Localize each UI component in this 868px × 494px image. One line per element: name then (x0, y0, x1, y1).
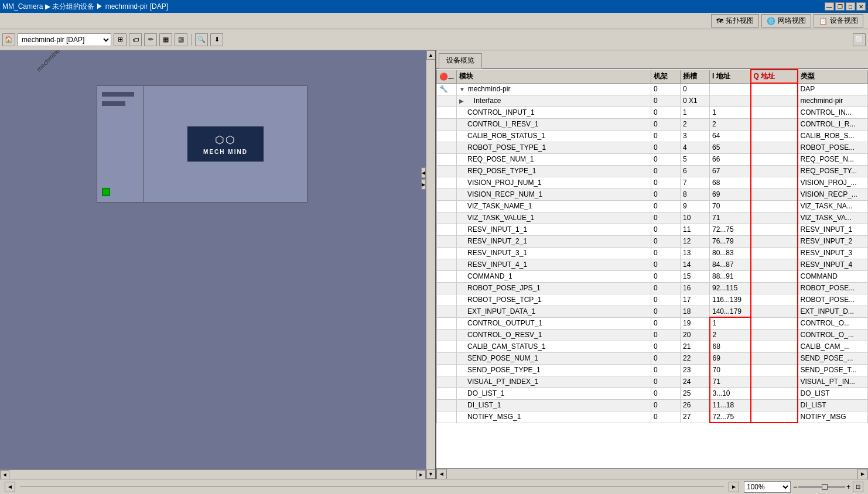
table-row[interactable]: CALIB_ROB_STATUS_10364CALIB_ROB_S... (437, 130, 868, 142)
row-type: CALIB_CAM_... (798, 341, 868, 352)
table-row[interactable]: SEND_POSE_NUM_102269SEND_POSE_... (437, 352, 868, 364)
edit-button[interactable]: ✏ (144, 33, 157, 46)
device-view-button[interactable]: 📋 设备视图 (814, 14, 863, 28)
collapse-up-button[interactable]: ◀ (421, 167, 426, 178)
row-rack: 0 (651, 411, 681, 423)
module-name-text: REQ_POSE_TYPE_1 (467, 167, 536, 175)
table-row[interactable]: CONTROL_INPUT_1011CONTROL_IN... (437, 107, 868, 118)
nav-next-button[interactable]: ► (729, 482, 739, 492)
row-module-name: ROBOT_POSE_TCP_1 (457, 294, 651, 306)
zoom-selector[interactable]: 100% (744, 481, 791, 493)
table-row[interactable]: VIZ_TASK_NAME_10970VIZ_TASK_NA... (437, 200, 868, 212)
zoom-decrease-icon[interactable]: − (793, 483, 797, 491)
table-row[interactable]: VISION_PROJ_NUM_10768VISION_PROJ_... (437, 177, 868, 188)
scroll-right-button[interactable]: ► (416, 470, 426, 479)
table-row[interactable]: RESV_INPUT_3_101380...83RESV_INPUT_3 (437, 247, 868, 259)
table-row[interactable]: NOTIFY_MSG_102772...75NOTIFY_MSG (437, 411, 868, 423)
table-row[interactable]: VISUAL_PT_INDEX_102471VISUAL_PT_IN... (437, 376, 868, 387)
prev-button[interactable]: ◄ (5, 482, 15, 492)
row-type: ROBOT_POSE... (798, 142, 868, 153)
row-i-addr: 2 (710, 329, 751, 341)
expand-icon[interactable]: ▶ (459, 98, 466, 104)
home-button[interactable]: 🏠 (2, 33, 15, 46)
next-button[interactable]: ► (729, 482, 739, 492)
scroll-up-button[interactable]: ▲ (426, 50, 436, 60)
table-row[interactable]: RESV_INPUT_1_101172...75RESV_INPUT_1 (437, 224, 868, 235)
canvas-scrollbar-vertical[interactable]: ▲ ▼ (426, 50, 435, 479)
table-horizontal-scrollbar[interactable] (447, 469, 857, 479)
table-row[interactable]: EXT_INPUT_DATA_1018140...179EXT_INPUT_D.… (437, 306, 868, 317)
table-row[interactable]: ROBOT_POSE_JPS_101692...115ROBOT_POSE... (437, 282, 868, 294)
scroll-left-button[interactable]: ◄ (0, 470, 9, 479)
close-button[interactable]: ✕ (856, 2, 866, 11)
row-status (437, 200, 457, 212)
zoom-increase-icon[interactable]: + (846, 483, 850, 491)
nav-prev-button[interactable]: ◄ (5, 482, 15, 492)
table-row[interactable]: COMMAND_101588...91COMMAND (437, 270, 868, 282)
fit-view-button[interactable]: ⊡ (853, 482, 863, 492)
row-status (437, 387, 457, 399)
row-q-addr (751, 376, 798, 387)
row-module-name: CONTROL_INPUT_1 (457, 107, 651, 118)
label-button[interactable]: 🏷 (129, 33, 142, 46)
maximize-button[interactable]: □ (846, 2, 855, 11)
device-overview-tab[interactable]: 设备概览 (439, 53, 482, 68)
row-status (437, 177, 457, 188)
zoom-slider[interactable]: − + (793, 483, 850, 491)
layout-button[interactable]: ▧ (175, 33, 187, 46)
row-module-name: EXT_INPUT_DATA_1 (457, 306, 651, 317)
row-i-addr: 71 (710, 376, 751, 387)
table-row[interactable]: SEND_POSE_TYPE_102370SEND_POSE_T... (437, 364, 868, 376)
table-row[interactable]: CALIB_CAM_STATUS_102168CALIB_CAM_... (437, 341, 868, 352)
table-row[interactable]: CONTROL_O_RESV_10202CONTROL_O_... (437, 329, 868, 341)
table-row[interactable]: RESV_INPUT_4_101484...87RESV_INPUT_4 (437, 259, 868, 270)
network-view-button[interactable]: 🌐 网络视图 (761, 14, 811, 28)
row-q-addr (751, 399, 798, 411)
collapse-down-button[interactable]: ▶ (421, 179, 426, 190)
table-row[interactable]: DI_LIST_102611...18DI_LIST (437, 399, 868, 411)
module-name-text: CONTROL_OUTPUT_1 (467, 319, 542, 327)
minimize-button[interactable]: — (825, 2, 834, 11)
table-row[interactable]: CONTROL_OUTPUT_10191CONTROL_O... (437, 317, 868, 329)
row-slot: 27 (681, 411, 710, 423)
table-row[interactable]: 🔧▼ mechmind-pir00DAP (437, 83, 868, 95)
grid-button[interactable]: ⊞ (114, 33, 127, 46)
table-row[interactable]: VISION_RECP_NUM_10869VISION_RECP_... (437, 188, 868, 200)
panel-toggle-button[interactable]: ⬜ (853, 33, 866, 46)
table-row[interactable]: RESV_INPUT_2_101276...79RESV_INPUT_2 (437, 235, 868, 247)
expand-icon[interactable]: ▼ (459, 86, 467, 92)
download-button[interactable]: ⬇ (210, 33, 223, 46)
canvas-collapse-controls[interactable]: ◀ ▶ (421, 167, 426, 190)
row-status (437, 294, 457, 306)
table-button[interactable]: ▦ (159, 33, 172, 46)
canvas-scrollbar-horizontal[interactable]: ◄ ► (0, 469, 426, 479)
row-q-addr (751, 177, 798, 188)
table-row[interactable]: ▶ Interface00 X1mechmind-pir (437, 95, 868, 107)
zoom-in-button[interactable]: 🔍 (195, 33, 208, 46)
scroll-down-button[interactable]: ▼ (426, 469, 436, 479)
topology-view-button[interactable]: 🗺 拓扑视图 (711, 14, 759, 28)
restore-button[interactable]: ❐ (835, 2, 845, 11)
table-row[interactable]: VIZ_TASK_VALUE_101071VIZ_TASK_VA... (437, 212, 868, 224)
network-label: 网络视图 (778, 16, 806, 26)
row-type: RESV_INPUT_1 (798, 224, 868, 235)
row-module-name: CONTROL_I_RESV_1 (457, 118, 651, 130)
row-status (437, 153, 457, 165)
table-scroll-left-button[interactable]: ◄ (436, 469, 447, 479)
table-row[interactable]: CONTROL_I_RESV_1022CONTROL_I_R... (437, 118, 868, 130)
table-scroll-right-button[interactable]: ► (857, 469, 868, 479)
row-type: CONTROL_O... (798, 317, 868, 329)
window-controls[interactable]: — ❐ □ ✕ (825, 2, 866, 11)
table-row[interactable]: ROBOT_POSE_TYPE_10465ROBOT_POSE... (437, 142, 868, 153)
slider-thumb[interactable] (822, 484, 828, 490)
slider-track[interactable] (798, 486, 845, 488)
window-title: MM_Camera ▶ 未分组的设备 ▶ mechmind-pir [DAP] (2, 2, 168, 12)
table-row[interactable]: DO_LIST_10253...10DO_LIST (437, 387, 868, 399)
table-row[interactable]: ROBOT_POSE_TCP_1017116...139ROBOT_POSE..… (437, 294, 868, 306)
table-row[interactable]: REQ_POSE_NUM_10566REQ_POSE_N... (437, 153, 868, 165)
table-container[interactable]: 🔴... 模块 机架 插槽 I 地址 Q 地址 类型 🔧▼ mechmind-p… (436, 69, 868, 468)
module-name-text: DI_LIST_1 (467, 401, 501, 409)
device-card-right: ⬡⬡ MECH MIND (144, 86, 307, 202)
device-selector[interactable]: mechmind-pir [DAP] (18, 33, 111, 46)
table-row[interactable]: REQ_POSE_TYPE_10667REQ_POSE_TY... (437, 165, 868, 177)
